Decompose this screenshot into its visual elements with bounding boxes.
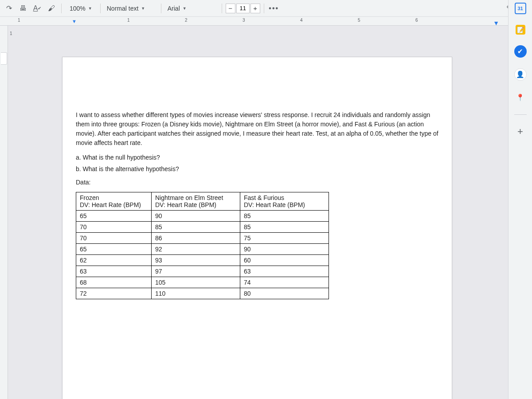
ruler-num: 1 — [127, 18, 130, 23]
table-cell[interactable]: 63 — [240, 266, 329, 277]
contacts-icon[interactable]: 👤 — [514, 68, 527, 81]
table-cell[interactable]: 85 — [152, 222, 240, 233]
left-indent-marker[interactable]: ▼ — [72, 19, 77, 24]
table-cell[interactable]: 85 — [240, 211, 329, 222]
table-cell[interactable]: 90 — [152, 211, 240, 222]
table-cell[interactable]: 60 — [240, 255, 329, 266]
table-cell[interactable]: 72 — [76, 288, 152, 299]
ruler-num: 5 — [358, 18, 360, 23]
ruler-num: 4 — [300, 18, 303, 23]
print-button[interactable]: 🖶 — [17, 2, 29, 15]
zoom-value: 100% — [70, 5, 86, 12]
vruler-num: 1 — [10, 31, 12, 36]
table-cell[interactable]: 110 — [152, 288, 240, 299]
style-value: Normal text — [107, 5, 139, 12]
table-cell[interactable]: 80 — [240, 288, 329, 299]
document-page[interactable]: I want to assess whether different types… — [62, 57, 452, 399]
keep-icon[interactable]: 📝 — [516, 25, 525, 35]
table-row: 63 97 63 — [76, 266, 329, 277]
table-cell[interactable]: 65 — [76, 244, 152, 255]
table-row: 72 110 80 — [76, 288, 329, 299]
tasks-icon[interactable]: ✔ — [514, 45, 527, 58]
table-row: 65 92 90 — [76, 244, 329, 255]
table-cell[interactable]: 97 — [152, 266, 240, 277]
paint-format-button[interactable]: 🖌 — [45, 2, 58, 15]
header-title: Frozen — [80, 194, 99, 201]
fontsize-increase[interactable]: + — [250, 4, 260, 13]
question-a[interactable]: a. What is the null hypothesis? — [76, 154, 438, 161]
header-sub: DV: Heart Rate (BPM) — [155, 201, 236, 208]
header-title: Nightmare on Elm Street — [155, 194, 223, 201]
body-paragraph[interactable]: I want to assess whether different types… — [76, 110, 438, 148]
table-cell[interactable]: 105 — [152, 277, 240, 288]
table-cell[interactable]: 74 — [240, 277, 329, 288]
data-label[interactable]: Data: — [76, 179, 438, 186]
table-row: 68 105 74 — [76, 277, 329, 288]
chevron-down-icon: ▼ — [183, 6, 187, 11]
table-cell[interactable]: 75 — [240, 233, 329, 244]
table-cell[interactable]: 68 — [76, 277, 152, 288]
ruler-num: 1 — [18, 18, 20, 23]
table-cell[interactable]: 63 — [76, 266, 152, 277]
table-cell[interactable]: 92 — [152, 244, 240, 255]
table-cell[interactable]: 62 — [76, 255, 152, 266]
font-dropdown[interactable]: Arial ▼ — [165, 2, 218, 15]
ruler-num: 6 — [415, 18, 418, 23]
divider — [514, 114, 527, 115]
outline-sidebar — [0, 26, 8, 399]
table-cell[interactable]: 86 — [152, 233, 240, 244]
add-addon-button[interactable]: + — [514, 125, 527, 138]
fontsize-decrease[interactable]: − — [226, 4, 235, 13]
right-indent-marker[interactable]: ▼ — [493, 20, 499, 27]
chevron-down-icon: ▼ — [88, 6, 92, 11]
question-b[interactable]: b. What is the alternative hypothesis? — [76, 165, 438, 172]
table-row: 62 93 60 — [76, 255, 329, 266]
table-cell[interactable]: 70 — [76, 222, 152, 233]
table-header-row: Frozen DV: Heart Rate (BPM) Nightmare on… — [76, 192, 329, 211]
table-header[interactable]: Nightmare on Elm Street DV: Heart Rate (… — [152, 192, 240, 211]
more-options-button[interactable]: ••• — [268, 2, 280, 15]
outline-toggle[interactable] — [1, 52, 7, 65]
table-cell[interactable]: 93 — [152, 255, 240, 266]
paragraph-style-dropdown[interactable]: Normal text ▼ — [104, 2, 157, 15]
header-sub: DV: Heart Rate (BPM) — [244, 201, 325, 208]
font-value: Arial — [168, 5, 180, 12]
header-title: Fast & Furious — [244, 194, 284, 201]
redo-button[interactable]: ↷ — [3, 2, 15, 15]
maps-icon[interactable]: 📍 — [514, 91, 527, 104]
ruler-num: 3 — [243, 18, 245, 23]
spellcheck-button[interactable]: A✔ — [31, 2, 43, 15]
document-canvas[interactable]: I want to assess whether different types… — [18, 26, 505, 399]
table-cell[interactable]: 90 — [240, 244, 329, 255]
fontsize-control: − 11 + — [226, 4, 260, 13]
calendar-icon[interactable]: 31 — [515, 3, 526, 14]
table-row: 70 85 85 — [76, 222, 329, 233]
table-cell[interactable]: 65 — [76, 211, 152, 222]
header-sub: DV: Heart Rate (BPM) — [80, 201, 148, 208]
ruler-num: 2 — [185, 18, 188, 23]
chevron-down-icon: ▼ — [141, 6, 145, 11]
horizontal-ruler[interactable]: ▼ 1 1 2 3 4 5 6 — [0, 17, 532, 26]
table-row: 70 86 75 — [76, 233, 329, 244]
table-cell[interactable]: 85 — [240, 222, 329, 233]
zoom-dropdown[interactable]: 100% ▼ — [65, 2, 97, 15]
table-cell[interactable]: 70 — [76, 233, 152, 244]
toolbar: ↷ 🖶 A✔ 🖌 100% ▼ Normal text ▼ Arial ▼ − … — [0, 0, 532, 17]
table-header[interactable]: Fast & Furious DV: Heart Rate (BPM) — [240, 192, 329, 211]
fontsize-value[interactable]: 11 — [236, 4, 250, 13]
table-header[interactable]: Frozen DV: Heart Rate (BPM) — [76, 192, 152, 211]
side-panel: 31 📝 ✔ 👤 📍 + — [508, 0, 532, 399]
data-table[interactable]: Frozen DV: Heart Rate (BPM) Nightmare on… — [76, 192, 329, 299]
table-row: 65 90 85 — [76, 211, 329, 222]
